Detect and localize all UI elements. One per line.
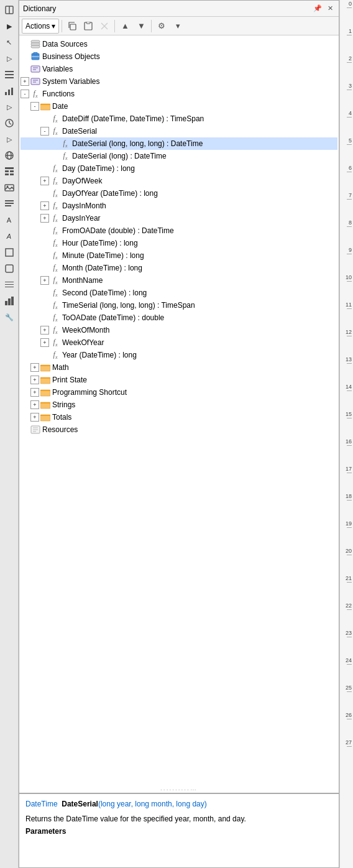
svg-rect-17 — [5, 173, 9, 175]
node-icon-folder — [40, 101, 50, 111]
tree-node-fromoaDate[interactable]: fxFromOADate (double) : DateTime — [21, 224, 337, 237]
sidebar-wrench-icon[interactable]: 🔧 — [2, 310, 17, 325]
node-icon-variable — [30, 76, 40, 86]
expand-btn-daysinmonth[interactable]: + — [40, 201, 49, 210]
cut-button[interactable] — [97, 19, 112, 34]
sidebar-chart2-icon[interactable] — [2, 293, 17, 308]
sidebar-arrow-right-icon[interactable]: ▶ — [2, 19, 17, 34]
sidebar-lines-icon[interactable] — [2, 277, 17, 292]
sidebar-pointer-icon[interactable]: ↖ — [2, 35, 17, 50]
sidebar-a-icon[interactable]: A — [2, 213, 17, 228]
expand-btn-totals[interactable]: + — [30, 413, 39, 422]
actions-dropdown-button[interactable]: Actions ▾ — [22, 19, 59, 34]
tree-node-datediff[interactable]: fxDateDiff (DateTime, DateTime) : TimeSp… — [21, 113, 337, 125]
tree-node-weekofmonth[interactable]: +fxWeekOfMonth — [21, 324, 337, 336]
sidebar-arrow-right3-icon[interactable]: ▷ — [2, 99, 17, 114]
tree-node-dateserial2[interactable]: fxDateSerial (long) : DateTime — [21, 150, 337, 162]
tree-node-hour[interactable]: fxHour (DateTime) : long — [21, 237, 337, 249]
sidebar-chart-icon[interactable] — [2, 83, 17, 98]
svg-rect-23 — [5, 205, 11, 206]
ruler-mark-9: 9 — [340, 247, 353, 275]
sidebar-image-icon[interactable] — [2, 180, 17, 195]
tree-node-monthname[interactable]: +fxMonthName — [21, 274, 337, 287]
sidebar-list-icon[interactable] — [2, 67, 17, 82]
ruler-tick — [347, 35, 352, 35]
ruler-mark-24: 24 — [340, 658, 353, 685]
ruler-mark-7: 7 — [340, 193, 353, 220]
tree-node-math[interactable]: +Math — [21, 361, 337, 374]
svg-rect-2 — [5, 71, 14, 72]
tree-area[interactable]: Data SourcesBusiness ObjectsVariables+Sy… — [19, 35, 339, 783]
expand-btn-weekofyear[interactable]: + — [40, 338, 49, 347]
ruler-tick — [347, 746, 352, 747]
expand-btn-functions[interactable]: - — [21, 90, 29, 98]
expand-btn-weekofmonth[interactable]: + — [40, 326, 49, 335]
sidebar-a2-icon[interactable]: A — [2, 229, 17, 244]
expand-btn-monthname[interactable]: + — [40, 276, 49, 285]
tree-node-tooaDate[interactable]: fxToOADate (DateTime) : double — [21, 312, 337, 324]
expand-btn-math[interactable]: + — [30, 363, 39, 372]
tree-node-day[interactable]: fxDay (DateTime) : long — [21, 162, 337, 175]
expand-btn-system-variables[interactable]: + — [21, 77, 29, 86]
close-button[interactable]: ✕ — [325, 4, 335, 14]
expand-btn-date[interactable]: - — [30, 102, 39, 111]
tree-node-programming-shortcut[interactable]: +Programming Shortcut — [21, 386, 337, 399]
tree-node-date[interactable]: -Date — [21, 100, 337, 113]
node-label-second: Second (DateTime) : long — [62, 289, 147, 297]
sidebar-pin-icon[interactable] — [2, 2, 17, 17]
ruler-tick — [347, 609, 352, 610]
sidebar-text-icon[interactable] — [2, 196, 17, 211]
ruler-number: 11 — [346, 302, 352, 308]
tree-node-data-sources[interactable]: Data Sources — [21, 38, 337, 50]
tree-node-dateserial-group[interactable]: -fxDateSerial — [21, 125, 337, 137]
tree-node-daysinyear[interactable]: +fxDaysInYear — [21, 212, 337, 224]
tree-node-minute[interactable]: fxMinute (DateTime) : long — [21, 249, 337, 262]
tree-node-second[interactable]: fxSecond (DateTime) : long — [21, 287, 337, 299]
settings-dropdown-button[interactable]: ▾ — [170, 19, 185, 34]
sidebar-box-icon[interactable] — [2, 245, 17, 260]
settings-button[interactable]: ⚙ — [154, 19, 169, 34]
tree-node-strings[interactable]: +Strings — [21, 399, 337, 411]
tree-node-functions[interactable]: -fxFunctions — [21, 88, 337, 100]
sidebar-box2-icon[interactable] — [2, 261, 17, 276]
info-signature: DateTime DateSerial(long year, long mont… — [25, 799, 332, 810]
sidebar-table-icon[interactable] — [2, 164, 17, 179]
node-label-year: Year (DateTime) : long — [62, 351, 137, 359]
tree-node-print-state[interactable]: +Print State — [21, 374, 337, 386]
tree-node-daysinmonth[interactable]: +fxDaysInMonth — [21, 200, 337, 212]
tree-node-month[interactable]: fxMonth (DateTime) : long — [21, 262, 337, 274]
node-label-math: Math — [52, 363, 69, 372]
tree-node-system-variables[interactable]: +System Variables — [21, 75, 337, 88]
move-down-button[interactable]: ▼ — [134, 19, 149, 34]
tree-node-resources[interactable]: Resources — [21, 423, 337, 436]
expand-placeholder — [40, 264, 49, 272]
node-icon-fx: fx — [60, 151, 70, 161]
node-icon-fx: fx — [50, 238, 60, 248]
sidebar-globe-icon[interactable] — [2, 148, 17, 163]
copy-button[interactable] — [65, 19, 80, 34]
toolbar: Actions ▾ ▲ ▼ ⚙ ▾ — [19, 17, 339, 35]
tree-node-business-objects[interactable]: Business Objects — [21, 50, 337, 63]
tree-node-timeserial[interactable]: fxTimeSerial (long, long, long) : TimeSp… — [21, 299, 337, 312]
expand-btn-programming-shortcut[interactable]: + — [30, 388, 39, 397]
tree-node-dayofweek[interactable]: +fxDayOfWeek — [21, 175, 337, 187]
tree-node-weekofyear[interactable]: +fxWeekOfYear — [21, 336, 337, 349]
tree-node-year[interactable]: fxYear (DateTime) : long — [21, 349, 337, 361]
sidebar-arrow-right4-icon[interactable]: ▷ — [2, 132, 17, 147]
expand-btn-dayofweek[interactable]: + — [40, 177, 49, 185]
expand-btn-daysinyear[interactable]: + — [40, 214, 49, 223]
tree-node-totals[interactable]: +Totals — [21, 411, 337, 423]
sidebar-clock-icon[interactable] — [2, 116, 17, 131]
tree-node-dayofyear[interactable]: fxDayOfYear (DateTime) : long — [21, 187, 337, 200]
tree-node-variables[interactable]: Variables — [21, 63, 337, 75]
tree-node-dateserial1[interactable]: fxDateSerial (long, long, long) : DateTi… — [21, 137, 337, 150]
move-up-button[interactable]: ▲ — [117, 19, 132, 34]
paste-button[interactable] — [81, 19, 96, 34]
expand-btn-print-state[interactable]: + — [30, 376, 39, 384]
ruler-number: 13 — [346, 357, 352, 362]
node-label-data-sources: Data Sources — [42, 40, 88, 48]
sidebar-arrow-right2-icon[interactable]: ▷ — [2, 51, 17, 66]
expand-btn-strings[interactable]: + — [30, 400, 39, 409]
pin-button[interactable]: 📌 — [313, 4, 323, 14]
expand-btn-dateserial-group[interactable]: - — [40, 127, 49, 136]
